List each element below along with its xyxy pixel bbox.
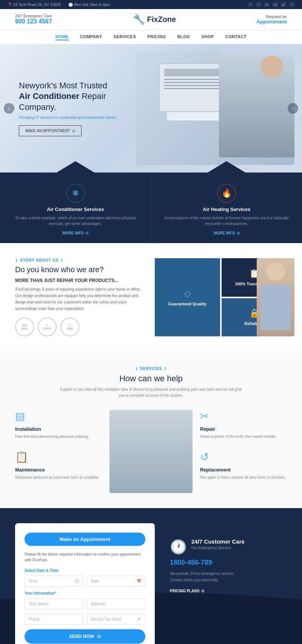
request-label: Request an	[257, 14, 287, 19]
appointment-form: Make an Appointment Please fill the belo…	[15, 523, 155, 644]
date-input[interactable]: Date 📅	[87, 576, 145, 587]
installation-icon: ▤	[15, 410, 25, 422]
linkedin-icon[interactable]: in	[264, 2, 270, 7]
time-input[interactable]: Time 🕐	[25, 576, 83, 587]
customer-care-phone[interactable]: 1800-456-789	[170, 559, 245, 567]
nav-home[interactable]: HOME	[55, 34, 69, 40]
services-grid: ▤ Installation How this idea denouncing …	[15, 410, 287, 493]
services-right: ✂ Repair Great explorer of the truth, th…	[200, 410, 287, 480]
location-icon: 📍	[8, 3, 12, 7]
hero-title: Newyork's Most Trusted Air Conditioner R…	[19, 80, 117, 113]
facebook-icon[interactable]: f	[248, 2, 253, 7]
maintenance-desc: Denounce pleasure account was born & com…	[15, 475, 99, 480]
services-tag: SERVICES	[15, 367, 287, 371]
ac-service-name: Air Conditioner Services	[11, 206, 140, 212]
ac-service-panel: ❄ Air Conditioner Services To take a tri…	[0, 173, 151, 243]
calendar-icon: 📅	[137, 579, 141, 583]
your-info-label: Your Information*	[25, 591, 145, 595]
hours: 🕐 Mon-Sat: 9am to 6pm	[68, 3, 110, 7]
logo[interactable]: 🔧 FixZone	[133, 14, 176, 25]
installation-desc: How this idea denouncing pleasure praisi…	[15, 434, 89, 439]
googleplus-icon[interactable]: g+	[281, 2, 286, 7]
twitter-icon[interactable]: t	[256, 2, 261, 7]
nav-services[interactable]: SERVICES	[114, 34, 136, 40]
services-center-image	[109, 410, 193, 493]
about-subtitle: MORE THAN JUST REPAIR YOUR PRODUCTS...	[15, 278, 143, 283]
repair-icon: ✂	[200, 410, 209, 422]
heating-service-panel: 🔥 Air Heating Services Great explorer of…	[151, 173, 302, 243]
replacement-service: ↺ Replacement Nor again is there anyone …	[200, 451, 287, 480]
customer-care-subtitle: For Emergency Service	[191, 546, 245, 550]
maintenance-icon: 📋	[15, 451, 28, 463]
maintenance-name: Maintenance	[15, 467, 45, 473]
header: 24/7 Emergency Care 900 123 4567 🔧 FixZo…	[0, 9, 302, 30]
how-can-we-help-section: SERVICES How can we help Explain to you …	[0, 351, 302, 508]
appointment-section: Make an Appointment Please fill the belo…	[0, 508, 302, 644]
phone-number[interactable]: 900 123 4567	[15, 18, 52, 25]
appointment-request: Request an Appointment	[257, 14, 287, 25]
arrow-icon: ⊙	[201, 589, 204, 593]
guaranteed-quality-card: ◇ Guaranteed Quality	[155, 258, 220, 336]
top-bar: 📍 24 Tech Road Str, NY 10026 🕐 Mon-Sat: …	[0, 0, 302, 9]
name-input[interactable]: Your Name*	[25, 598, 83, 609]
services-title: How can we help	[15, 374, 287, 384]
emergency-label: 24/7 Emergency Care	[15, 14, 52, 18]
ac-more-info-link[interactable]: MORE INFO ⊙	[62, 231, 88, 235]
phone-input[interactable]: Phone	[25, 614, 83, 625]
date-time-row: Time 🕐 Date 📅	[25, 576, 145, 587]
carousel-prev-button[interactable]: ‹	[4, 103, 14, 114]
send-now-button[interactable]: SEND NOW ⊙	[25, 629, 145, 644]
ac-service-desc: To take a trivial example, which of us e…	[11, 215, 140, 226]
services-banner: ❄ Air Conditioner Services To take a tri…	[0, 173, 302, 243]
certified-badge: ✓CERT	[38, 317, 57, 336]
vimeo-icon[interactable]: v	[289, 2, 294, 7]
appointment-form-title: Make an Appointment	[25, 533, 145, 546]
nav-company[interactable]: COMPANY	[80, 34, 102, 40]
quality-label: Guaranteed Quality	[168, 302, 206, 306]
nav-blog[interactable]: BLOG	[177, 34, 190, 40]
address-input[interactable]: Address*	[87, 598, 145, 609]
customer-care-title: 24/7 Customer Care	[191, 538, 245, 545]
installation-service: ▤ Installation How this idea denouncing …	[15, 410, 102, 439]
logo-icon: 🔧	[133, 14, 145, 25]
date-time-label: Select Date & Time	[25, 569, 145, 573]
clock-icon: 🕐	[68, 3, 73, 7]
chevron-down-icon: ▼	[137, 617, 141, 621]
repair-name: Repair	[200, 426, 215, 432]
replacement-name: Replacement	[200, 467, 231, 473]
carousel-next-button[interactable]: ›	[288, 103, 298, 114]
about-right: ◇ Guaranteed Quality 📋 100% Transparency…	[155, 258, 287, 336]
heating-more-info-link[interactable]: MORE INFO ⊙	[214, 231, 240, 235]
certifications: ISO9001 ✓CERT ✓VER	[15, 317, 143, 336]
name-address-row: Your Name* Address*	[25, 598, 145, 609]
logo-text: FixZone	[147, 15, 176, 24]
quality-icon: ◇	[184, 289, 191, 299]
hero-content: Newyork's Most Trusted Air Conditioner R…	[0, 69, 136, 148]
appointment-form-desc: Please fill the below required informati…	[25, 552, 145, 563]
service-select[interactable]: Service You Need ▼	[87, 614, 145, 625]
repair-service: ✂ Repair Great explorer of the truth, th…	[200, 410, 287, 439]
nav-pricing[interactable]: PRICING	[147, 34, 166, 40]
arrow-icon: ⊙	[72, 129, 75, 133]
emergency-info: 24/7 Emergency Care 900 123 4567	[15, 14, 52, 25]
hero-image	[136, 52, 294, 165]
repair-desc: Great explorer of the truth, the master-…	[200, 434, 277, 439]
verified-badge: ✓VER	[60, 317, 79, 336]
nav-contact[interactable]: CONTACT	[225, 34, 247, 40]
clock-icon: 🕐	[74, 579, 79, 583]
address: 📍 24 Tech Road Str, NY 10026	[8, 3, 61, 7]
phone-service-row: Phone Service You Need ▼	[25, 614, 145, 625]
make-appointment-button[interactable]: MAKE AN APPOINTMENT ⊙	[19, 125, 82, 136]
pricing-plans-link[interactable]: PRICING PLANS ⊙	[170, 589, 245, 593]
appointment-link[interactable]: Appointment	[257, 19, 287, 25]
nav-shop[interactable]: SHOP	[201, 34, 214, 40]
rss-icon[interactable]: rss	[273, 2, 278, 7]
top-bar-left: 📍 24 Tech Road Str, NY 10026 🕐 Mon-Sat: …	[8, 3, 110, 7]
customer-care-desc: We provide 24 hrs emergency service. Con…	[170, 570, 245, 583]
replacement-desc: Nor again is there anyone all who loves …	[200, 475, 286, 480]
about-text: iFoxFast brings 9 years of repairing exp…	[15, 286, 143, 312]
iso-badge: ISO9001	[15, 317, 34, 336]
social-links: f t in rss g+ v	[248, 2, 294, 7]
about-title: Do you know who we are?	[15, 265, 143, 274]
heating-service-name: Air Heating Services	[163, 206, 291, 212]
